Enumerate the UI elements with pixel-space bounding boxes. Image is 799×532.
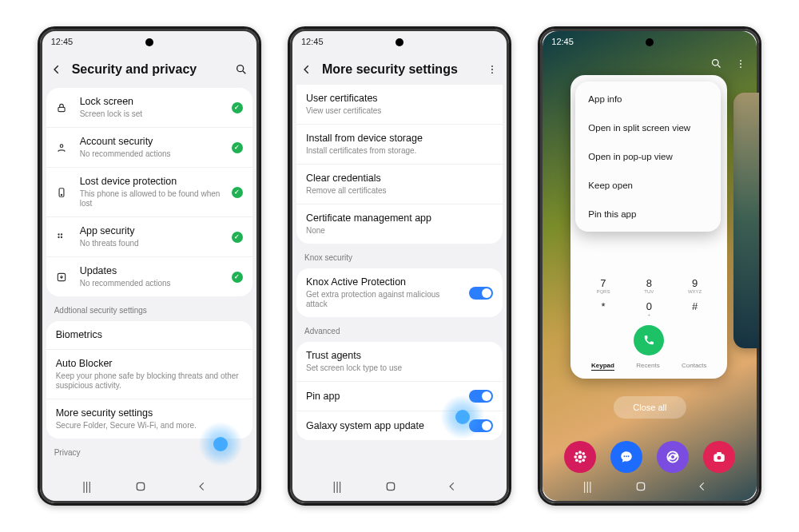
menu-keep-open[interactable]: Keep open (575, 171, 721, 200)
row-label: Lost device protection (80, 176, 222, 188)
svg-point-24 (574, 455, 578, 459)
svg-point-13 (491, 69, 493, 70)
row-label: Clear credentials (306, 173, 493, 185)
tab-contacts[interactable]: Contacts (682, 362, 707, 371)
row-sub: This phone is allowed to be found when l… (80, 189, 222, 208)
call-button[interactable] (634, 325, 664, 355)
back-icon[interactable] (51, 64, 62, 75)
row-updates[interactable]: Updates No recommended actions ✓ (46, 256, 252, 296)
dial-row: 7PQRS 8TUV 9WXYZ (580, 274, 718, 297)
svg-point-6 (58, 233, 59, 235)
row-install-storage[interactable]: Install from device storage Install cert… (296, 124, 503, 164)
page-title: Security and privacy (72, 62, 225, 77)
dial-key-star[interactable]: * (587, 300, 619, 317)
svg-point-29 (582, 459, 586, 462)
svg-point-20 (740, 66, 741, 68)
check-icon: ✓ (232, 272, 243, 283)
menu-popup-view[interactable]: Open in pop-up view (575, 142, 721, 171)
more-icon[interactable] (735, 58, 746, 69)
dock-app-gallery[interactable] (564, 441, 596, 473)
row-lost-device[interactable]: Lost device protection This phone is all… (46, 167, 252, 216)
additional-settings-list: Biometrics Auto Blocker Keep your phone … (46, 321, 252, 439)
toggle-on[interactable] (469, 419, 493, 432)
additional-settings-header: Addtional security settings (40, 300, 259, 318)
advanced-header: Advanced (290, 320, 509, 339)
svg-rect-11 (137, 482, 144, 490)
svg-point-31 (626, 455, 627, 457)
svg-point-14 (491, 72, 493, 73)
nav-back-icon[interactable] (197, 481, 227, 492)
row-app-security[interactable]: App security No threats found ✓ (46, 216, 252, 256)
toggle-on[interactable] (469, 287, 493, 300)
row-cert-mgmt-app[interactable]: Certificate management app None (296, 204, 503, 244)
row-label: More security settings (56, 407, 243, 419)
row-biometrics[interactable]: Biometrics (46, 321, 252, 349)
search-icon[interactable] (710, 58, 722, 69)
app-context-menu: App info Open in split screen view Open … (575, 81, 721, 232)
dial-key-9[interactable]: 9WXYZ (679, 277, 711, 294)
front-camera (646, 38, 654, 46)
row-lock-screen[interactable]: Lock screen Screen lock is set ✓ (46, 88, 252, 127)
clock: 12:45 (51, 37, 74, 46)
dial-key-hash[interactable]: # (679, 300, 711, 317)
next-recent-card[interactable] (733, 93, 761, 348)
nav-back-icon[interactable] (697, 481, 727, 492)
row-galaxy-system-update[interactable]: Galaxy system app update (296, 411, 503, 440)
row-clear-credentials[interactable]: Clear credentials Remove all certificate… (296, 164, 503, 204)
nav-home-icon[interactable] (384, 480, 415, 493)
phone-security-privacy: 12:45 Security and privacy Lock screen S… (38, 26, 261, 506)
svg-rect-39 (638, 482, 645, 490)
nav-recents-icon[interactable]: ||| (72, 480, 102, 493)
row-sub: Remove all certificates (306, 186, 493, 196)
dial-key-7[interactable]: 7PQRS (587, 277, 619, 294)
row-more-security-settings[interactable]: More security settings Secure Folder, Se… (46, 399, 252, 439)
menu-pin-this-app[interactable]: Pin this app (575, 200, 721, 228)
row-account-security[interactable]: Account security No recommended actions … (46, 127, 252, 167)
check-icon: ✓ (232, 102, 243, 113)
dock-app-messages[interactable] (610, 441, 642, 473)
row-auto-blocker[interactable]: Auto Blocker Keep your phone safe by blo… (46, 349, 252, 399)
row-label: User certificates (306, 93, 493, 105)
svg-point-16 (713, 60, 719, 66)
row-pin-app[interactable]: Pin app (296, 381, 503, 411)
nav-back-icon[interactable] (447, 481, 477, 492)
tab-recents[interactable]: Recents (636, 362, 659, 371)
row-user-certificates[interactable]: User certificates View user certificates (296, 85, 503, 124)
svg-point-32 (628, 455, 630, 457)
close-all-button[interactable]: Close all (614, 396, 686, 419)
nav-home-icon[interactable] (634, 480, 665, 493)
tab-keypad[interactable]: Keypad (591, 362, 614, 371)
dial-key-0[interactable]: 0+ (633, 300, 665, 317)
more-icon[interactable] (487, 64, 498, 75)
svg-point-27 (582, 452, 586, 455)
back-icon[interactable] (301, 64, 312, 75)
dial-key-8[interactable]: 8TUV (633, 277, 665, 294)
menu-split-screen[interactable]: Open in split screen view (575, 113, 721, 142)
row-sub: None (306, 226, 493, 236)
row-sub: Keep your phone safe by blocking threats… (56, 371, 243, 391)
svg-point-25 (583, 455, 586, 459)
row-trust-agents[interactable]: Trust agents Set screen lock type to use (296, 342, 503, 381)
row-label: Certificate management app (306, 212, 493, 224)
nav-recents-icon[interactable]: ||| (572, 480, 602, 493)
page-title: More security settings (322, 62, 477, 77)
row-label: App security (80, 225, 222, 237)
nav-home-icon[interactable] (134, 480, 165, 493)
row-knox-active-protection[interactable]: Knox Active Protection Get extra protect… (296, 268, 503, 317)
row-label: Auto Blocker (56, 358, 243, 370)
svg-point-37 (718, 456, 721, 460)
toggle-on[interactable] (469, 390, 493, 403)
svg-point-28 (575, 459, 578, 462)
svg-point-3 (60, 144, 63, 147)
svg-point-19 (740, 63, 741, 65)
dock-app-internet[interactable] (657, 441, 689, 473)
nav-recents-icon[interactable]: ||| (322, 480, 352, 493)
svg-point-35 (670, 455, 675, 459)
menu-app-info[interactable]: App info (575, 85, 721, 113)
row-label: Updates (80, 265, 222, 277)
search-icon[interactable] (235, 63, 248, 76)
dock-app-camera[interactable] (703, 441, 735, 473)
apps-icon (56, 232, 70, 243)
svg-point-21 (578, 455, 582, 459)
knox-header: Knox security (290, 247, 509, 265)
